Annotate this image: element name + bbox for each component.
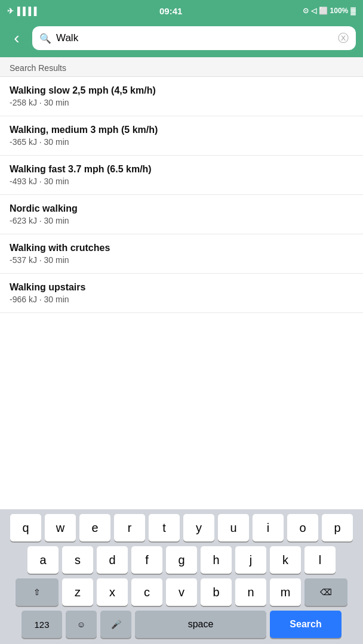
back-button[interactable]: [7, 30, 26, 47]
key-c[interactable]: c: [131, 578, 162, 606]
status-left: ✈ ▌▌▌▌: [7, 7, 39, 16]
signal-icon: ▌▌▌▌: [17, 7, 39, 16]
result-title: Walking fast 3.7 mph (6.5 km/h): [10, 164, 353, 175]
result-item[interactable]: Walking fast 3.7 mph (6.5 km/h) -493 kJ …: [0, 156, 363, 195]
key-w[interactable]: w: [45, 514, 76, 541]
result-title: Walking with crutches: [10, 243, 353, 253]
result-title: Walking upstairs: [10, 282, 353, 293]
location-icon: ⊙: [303, 7, 309, 15]
key-m[interactable]: m: [270, 578, 301, 606]
airplane-icon: ✈: [7, 7, 14, 16]
key-s[interactable]: s: [62, 546, 93, 574]
key-r[interactable]: r: [114, 514, 145, 541]
status-time: 09:41: [159, 6, 182, 16]
numbers-key[interactable]: 123: [21, 611, 62, 638]
status-right: ⊙ ◁ ⬜ 100% ▓: [303, 7, 356, 15]
key-n[interactable]: n: [235, 578, 266, 606]
back-arrow-icon: [14, 32, 19, 47]
emoji-key[interactable]: ☺: [66, 611, 97, 638]
header: 🔍 ⓧ: [0, 21, 363, 57]
keyboard: qwertyuiop asdfghjkl ⇧ zxcvbnm⌫ 123 ☺ 🎤 …: [0, 509, 363, 644]
results-label: Search Results: [0, 57, 363, 77]
key-i[interactable]: i: [253, 514, 284, 541]
key-q[interactable]: q: [10, 514, 41, 541]
keyboard-row-3: ⇧ zxcvbnm⌫: [2, 578, 361, 606]
keyboard-bottom-row: 123 ☺ 🎤 space Search: [2, 611, 361, 638]
result-item[interactable]: Walking slow 2,5 mph (4,5 km/h) -258 kJ …: [0, 77, 363, 116]
key-p[interactable]: p: [322, 514, 353, 541]
space-key[interactable]: space: [135, 611, 266, 638]
result-title: Nordic walking: [10, 203, 353, 214]
keyboard-row-2: asdfghjkl: [2, 546, 361, 574]
result-meta: -365 kJ · 30 min: [10, 137, 353, 147]
key-e[interactable]: e: [79, 514, 110, 541]
key-v[interactable]: v: [166, 578, 197, 606]
search-bar: 🔍 ⓧ: [32, 26, 356, 50]
shift-key[interactable]: ⇧: [16, 578, 59, 606]
results-list: Walking slow 2,5 mph (4,5 km/h) -258 kJ …: [0, 77, 363, 313]
search-key[interactable]: Search: [270, 611, 342, 638]
battery-percent: 100%: [330, 7, 349, 15]
clear-button[interactable]: ⓧ: [338, 31, 349, 45]
result-meta: -966 kJ · 30 min: [10, 295, 353, 304]
key-a[interactable]: a: [27, 546, 59, 574]
result-item[interactable]: Walking with crutches -537 kJ · 30 min: [0, 234, 363, 274]
nav-icon: ◁: [311, 7, 316, 15]
result-meta: -623 kJ · 30 min: [10, 216, 353, 225]
result-title: Walking slow 2,5 mph (4,5 km/h): [10, 85, 353, 96]
status-bar: ✈ ▌▌▌▌ 09:41 ⊙ ◁ ⬜ 100% ▓: [0, 0, 363, 21]
key-x[interactable]: x: [97, 578, 128, 606]
result-item[interactable]: Nordic walking -623 kJ · 30 min: [0, 195, 363, 234]
key-z[interactable]: z: [62, 578, 93, 606]
backspace-key[interactable]: ⌫: [304, 578, 347, 606]
battery-icon: ▓: [350, 7, 356, 15]
key-k[interactable]: k: [270, 546, 301, 574]
search-input[interactable]: [56, 32, 333, 44]
result-meta: -258 kJ · 30 min: [10, 98, 353, 107]
key-h[interactable]: h: [201, 546, 232, 574]
result-item[interactable]: Walking, medium 3 mph (5 km/h) -365 kJ ·…: [0, 116, 363, 156]
key-d[interactable]: d: [97, 546, 128, 574]
key-j[interactable]: j: [235, 546, 266, 574]
key-u[interactable]: u: [218, 514, 249, 541]
keyboard-row-1: qwertyuiop: [2, 514, 361, 541]
result-title: Walking, medium 3 mph (5 km/h): [10, 125, 353, 135]
screen-icon: ⬜: [319, 7, 328, 15]
key-o[interactable]: o: [287, 514, 318, 541]
key-y[interactable]: y: [183, 514, 214, 541]
search-icon: 🔍: [39, 33, 51, 44]
key-g[interactable]: g: [166, 546, 197, 574]
result-item[interactable]: Walking upstairs -966 kJ · 30 min: [0, 274, 363, 313]
key-l[interactable]: l: [304, 546, 336, 574]
result-meta: -537 kJ · 30 min: [10, 255, 353, 265]
key-t[interactable]: t: [149, 514, 180, 541]
key-f[interactable]: f: [131, 546, 162, 574]
key-b[interactable]: b: [201, 578, 232, 606]
mic-key[interactable]: 🎤: [100, 611, 131, 638]
result-meta: -493 kJ · 30 min: [10, 177, 353, 186]
